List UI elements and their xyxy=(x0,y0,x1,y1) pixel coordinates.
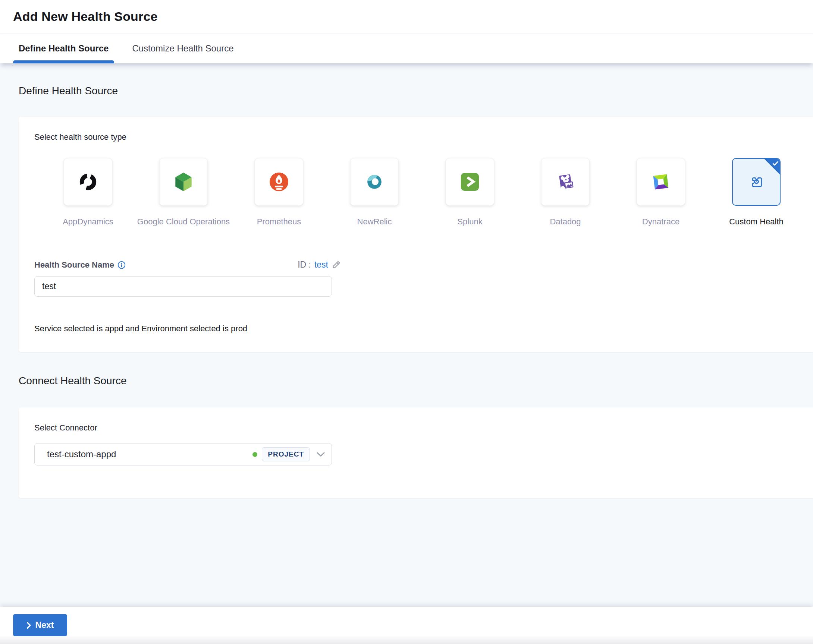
id-label: ID : xyxy=(298,260,311,270)
source-label: Dynatrace xyxy=(642,217,680,226)
google-cloud-operations-icon xyxy=(173,172,193,192)
tab-customize-health-source[interactable]: Customize Health Source xyxy=(126,34,239,63)
connect-health-source-card: Select Connector test-custom-appd PROJEC… xyxy=(18,407,813,498)
source-label: Custom Health xyxy=(729,217,784,226)
define-section-title: Define Health Source xyxy=(18,85,118,97)
tab-bar: Define Health Source Customize Health So… xyxy=(0,34,813,63)
source-tile-google-cloud-operations[interactable] xyxy=(159,158,208,206)
page-title: Add New Health Source xyxy=(13,9,158,24)
source-label: AppDynamics xyxy=(63,217,114,226)
source-tile-dynatrace[interactable] xyxy=(637,158,685,206)
prometheus-icon xyxy=(269,172,289,192)
add-health-source-page: Add New Health Source Define Health Sour… xyxy=(0,0,813,644)
connect-section-title: Connect Health Source xyxy=(18,375,127,387)
identifier-group: ID : test xyxy=(298,260,341,270)
custom-health-icon xyxy=(746,172,766,192)
health-source-name-input[interactable] xyxy=(34,276,332,297)
connector-value: test-custom-appd xyxy=(47,449,253,459)
select-source-type-label: Select health source type xyxy=(34,132,126,142)
source-tile-appdynamics[interactable] xyxy=(64,158,112,206)
chevron-down-icon xyxy=(317,452,325,457)
dynatrace-icon xyxy=(651,172,671,192)
health-source-name-label: Health Source Name xyxy=(34,260,114,270)
health-source-type-item: Dynatrace xyxy=(613,158,709,226)
source-tile-datadog[interactable] xyxy=(541,158,590,206)
tab-define-health-source[interactable]: Define Health Source xyxy=(13,34,114,63)
source-tile-custom-health[interactable] xyxy=(732,158,781,206)
source-tile-splunk[interactable] xyxy=(446,158,494,206)
health-source-type-list: AppDynamics Google Cloud Operations Prom… xyxy=(40,158,804,226)
health-source-type-item: Google Cloud Operations xyxy=(136,158,231,226)
footer-bar: Next xyxy=(0,607,813,644)
source-label: Google Cloud Operations xyxy=(137,217,230,226)
next-button-label: Next xyxy=(35,620,54,630)
splunk-icon xyxy=(460,172,480,192)
health-source-type-item: AppDynamics xyxy=(40,158,136,226)
health-source-type-item: NewRelic xyxy=(327,158,422,226)
source-label: Splunk xyxy=(457,217,482,226)
appdynamics-icon xyxy=(78,172,98,192)
source-tile-newrelic[interactable] xyxy=(350,158,399,206)
chevron-right-icon xyxy=(26,622,31,629)
health-source-type-item: Datadog xyxy=(518,158,613,226)
source-tile-prometheus[interactable] xyxy=(255,158,303,206)
tab-label: Define Health Source xyxy=(18,43,109,54)
green-status-dot xyxy=(253,452,257,457)
health-source-name-row: Health Source Name ID : test xyxy=(34,260,341,270)
health-source-name-label-group: Health Source Name xyxy=(34,260,126,270)
dialog-header: Add New Health Source xyxy=(0,0,813,33)
info-icon[interactable] xyxy=(118,261,126,269)
connector-select[interactable]: test-custom-appd PROJECT xyxy=(34,443,332,465)
source-label: Prometheus xyxy=(257,217,301,226)
health-source-type-item: Custom Health xyxy=(709,158,804,226)
datadog-icon xyxy=(555,172,575,192)
next-button[interactable]: Next xyxy=(13,614,67,636)
newrelic-icon xyxy=(364,172,385,192)
health-source-type-item: Prometheus xyxy=(231,158,327,226)
source-label: NewRelic xyxy=(357,217,392,226)
active-tab-underline xyxy=(13,60,114,63)
connector-scope-badge: PROJECT xyxy=(262,447,310,461)
service-environment-note: Service selected is appd and Environment… xyxy=(34,324,247,333)
select-connector-label: Select Connector xyxy=(34,423,97,433)
id-value-link[interactable]: test xyxy=(314,260,328,270)
health-source-type-item: Splunk xyxy=(422,158,518,226)
tab-label: Customize Health Source xyxy=(132,43,233,54)
source-label: Datadog xyxy=(550,217,581,226)
edit-pencil-icon[interactable] xyxy=(331,260,341,269)
define-health-source-card: Select health source type AppDynamics Go… xyxy=(18,117,813,352)
